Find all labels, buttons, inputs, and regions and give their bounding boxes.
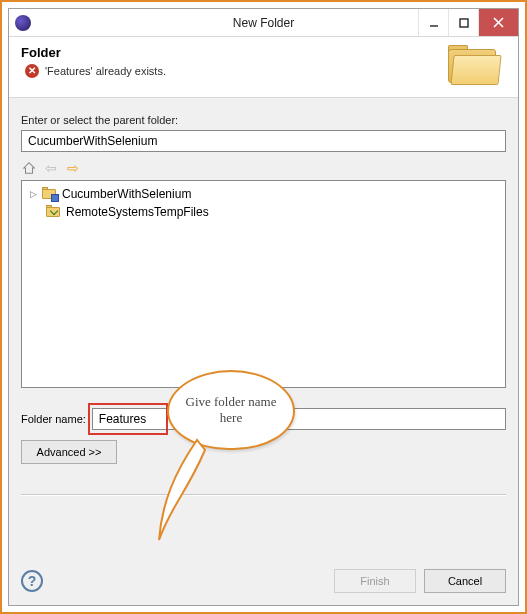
forward-icon[interactable]: ⇨ (65, 160, 81, 176)
cancel-button[interactable]: Cancel (424, 569, 506, 593)
advanced-button[interactable]: Advanced >> (21, 440, 117, 464)
tree-row-folder[interactable]: RemoteSystemsTempFiles (28, 203, 499, 221)
folder-name-row: Folder name: (21, 408, 506, 430)
dialog-content: Enter or select the parent folder: ⇦ ⇨ ▷… (9, 98, 518, 559)
header-title: Folder (21, 45, 448, 60)
tree-row-project[interactable]: ▷ CucumberWithSelenium (28, 185, 499, 203)
tree-item-label: RemoteSystemsTempFiles (66, 205, 209, 219)
finish-button: Finish (334, 569, 416, 593)
divider (21, 494, 506, 496)
eclipse-icon (15, 15, 31, 31)
dialog-header: Folder ✕ 'Features' already exists. (9, 37, 518, 98)
expander-icon[interactable]: ▷ (28, 189, 38, 199)
folder-name-label: Folder name: (21, 413, 86, 425)
help-icon[interactable]: ? (21, 570, 43, 592)
folder-tree[interactable]: ▷ CucumberWithSelenium RemoteSystemsTemp… (21, 180, 506, 388)
minimize-button[interactable] (418, 9, 448, 36)
maximize-button[interactable] (448, 9, 478, 36)
parent-folder-input[interactable] (21, 130, 506, 152)
tree-item-label: CucumberWithSelenium (62, 187, 191, 201)
parent-folder-label: Enter or select the parent folder: (21, 114, 506, 126)
back-icon[interactable]: ⇦ (43, 160, 59, 176)
error-message-row: ✕ 'Features' already exists. (21, 64, 448, 78)
window-buttons (418, 9, 518, 36)
error-icon: ✕ (25, 64, 39, 78)
dialog-window: New Folder Folder ✕ 'Features' already e… (8, 8, 519, 606)
shared-folder-icon (46, 205, 62, 219)
error-message-text: 'Features' already exists. (45, 65, 166, 77)
folder-large-icon (448, 45, 502, 87)
close-button[interactable] (478, 9, 518, 36)
folder-name-input[interactable] (92, 408, 506, 430)
project-icon (42, 187, 58, 201)
tree-toolbar: ⇦ ⇨ (21, 158, 506, 178)
titlebar: New Folder (9, 9, 518, 37)
home-icon[interactable] (21, 160, 37, 176)
dialog-footer: ? Finish Cancel (9, 559, 518, 605)
svg-rect-1 (460, 19, 468, 27)
